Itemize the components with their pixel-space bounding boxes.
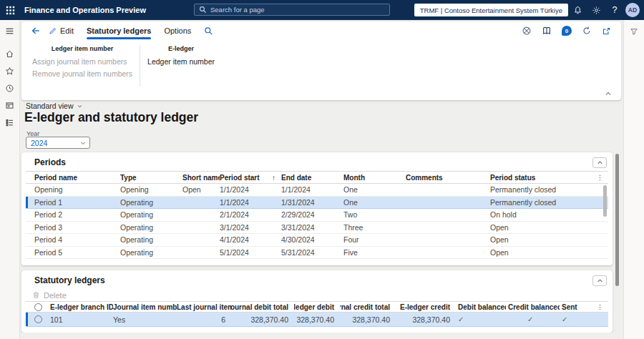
cell-end-date: 4/30/2024 (281, 235, 343, 244)
column-header-debit-balanced[interactable]: Debit balanced (456, 303, 506, 311)
recent-clock-icon[interactable] (0, 79, 20, 97)
periods-grid-header: Period name Type Short name Period start… (26, 171, 608, 184)
grid-more-options-icon[interactable] (591, 174, 608, 182)
cell-period-start: 2/1/2024 (220, 210, 281, 219)
cell-period-status: Permanently closed (490, 198, 591, 207)
home-icon[interactable] (0, 45, 20, 62)
column-header-period-start[interactable]: Period start ↑ (220, 174, 281, 182)
delete-button[interactable]: Delete (32, 291, 67, 300)
ledger-item-number-button[interactable]: Ledger item number (147, 56, 215, 68)
column-header-short-name[interactable]: Short name (182, 174, 220, 182)
assign-journal-item-numbers-button[interactable]: Assign journal item numbers (32, 56, 132, 68)
user-avatar[interactable]: AD (625, 3, 640, 17)
table-row[interactable]: Opening Opening Open 1/1/2024 1/1/2024 O… (26, 184, 608, 197)
row-radio[interactable] (26, 315, 50, 323)
grid-more-options-icon[interactable] (591, 303, 608, 311)
cell-month: Five (343, 248, 406, 257)
column-header-sent[interactable]: Sent (560, 303, 591, 311)
table-row-selected[interactable]: Period 1 Operating 1/1/2024 1/31/2024 On… (26, 197, 608, 210)
table-row[interactable]: Period 2 Operating 2/1/2024 2/29/2024 Tw… (26, 209, 608, 222)
debit-balanced-check-icon: ✓ (456, 315, 506, 323)
collapse-periods-icon[interactable] (592, 157, 607, 168)
open-in-new-window-icon[interactable] (602, 26, 611, 36)
table-row[interactable]: Period 5 Operating 5/1/2024 5/31/2024 Fi… (26, 247, 608, 260)
tab-statutory-ledgers[interactable]: Statutory ledgers (87, 21, 151, 40)
column-header-type[interactable]: Type (120, 174, 182, 182)
cell-last-journal-item-number: 6 (177, 315, 231, 324)
top-navigation-bar: Finance and Operations Preview TRMF | Co… (0, 0, 644, 20)
column-header-e-ledger-credit[interactable]: E-ledger credit (396, 303, 456, 311)
group-e-ledger: E-ledger Ledger item number (147, 45, 215, 87)
view-selector[interactable]: Standard view (26, 102, 83, 110)
column-header-comments[interactable]: Comments (406, 174, 490, 182)
cell-short-name: Open (182, 185, 220, 194)
cell-period-start: 3/1/2024 (220, 223, 281, 232)
workspace-card-icon[interactable] (0, 97, 20, 114)
settings-gear-icon[interactable] (587, 0, 605, 20)
statutory-ledgers-section: Statutory ledgers Delete E-ledger branch… (21, 270, 613, 333)
periods-grid-scrollbar[interactable] (603, 185, 607, 217)
page-title: E-ledger and statutory ledger (24, 110, 198, 125)
edit-button[interactable]: Edit (49, 26, 74, 35)
column-header-journal-debit-total[interactable]: Journal debit total (231, 303, 294, 311)
remove-journal-item-numbers-button[interactable]: Remove journal item numbers (32, 68, 132, 80)
select-all-radio[interactable] (26, 303, 50, 311)
group-title: E-ledger (147, 45, 215, 52)
column-header-end-date[interactable]: End date (281, 174, 343, 182)
messages-bubble-icon[interactable]: 0 (562, 26, 572, 36)
cell-period-status: Open (490, 223, 591, 232)
collapse-action-pane-icon[interactable] (604, 89, 613, 98)
hamburger-menu-icon[interactable] (0, 22, 20, 39)
cell-journal-credit-total: 328,370.40 (340, 315, 396, 324)
table-row[interactable]: Period 4 Operating 4/1/2024 4/30/2024 Fo… (26, 234, 608, 247)
filter-funnel-icon[interactable] (624, 23, 644, 40)
cell-period-name: Period 5 (26, 248, 120, 257)
book-icon[interactable] (542, 26, 552, 36)
help-icon[interactable]: ? (605, 0, 624, 20)
cell-month: One (343, 198, 406, 207)
tab-options[interactable]: Options (164, 21, 191, 40)
cell-period-start: 1/1/2024 (220, 185, 281, 194)
group-divider (140, 45, 140, 87)
favorites-star-icon[interactable] (0, 62, 20, 79)
table-row-selected[interactable]: 101 Yes 6 328,370.40 328,370.40 328,370.… (26, 313, 608, 327)
cell-type: Operating (120, 210, 182, 219)
cell-period-start: 1/1/2024 (220, 198, 281, 207)
table-row[interactable]: Period 3 Operating 3/1/2024 3/31/2024 Th… (26, 222, 608, 235)
waffle-menu-icon[interactable] (0, 0, 20, 20)
chevron-down-icon (77, 103, 83, 109)
filter-side-rail (623, 20, 644, 339)
action-search-icon[interactable] (204, 26, 213, 36)
page-vertical-scrollbar[interactable] (615, 154, 619, 286)
column-header-e-ledger-debit[interactable]: E-ledger debit (294, 303, 340, 311)
pencil-icon (49, 26, 57, 35)
back-arrow-icon[interactable] (29, 24, 43, 38)
collapse-statutory-icon[interactable] (592, 275, 607, 286)
cell-period-start: 4/1/2024 (220, 235, 281, 244)
column-header-credit-balanced[interactable]: Credit balanced (506, 303, 560, 311)
column-header-month[interactable]: Month (343, 174, 406, 182)
cell-end-date: 1/1/2024 (281, 185, 343, 194)
cell-e-ledger-credit: 328,370.40 (396, 315, 456, 324)
cell-end-date: 3/31/2024 (281, 223, 343, 232)
column-header-journal-item-numbered[interactable]: Journal item numbered (113, 303, 177, 311)
cell-type: Operating (120, 248, 182, 257)
apps-circle-icon[interactable] (522, 26, 532, 36)
year-dropdown[interactable]: 2024 (26, 137, 90, 149)
column-header-period-name[interactable]: Period name (26, 174, 120, 182)
global-search[interactable] (194, 4, 390, 16)
periods-section-title: Periods (34, 157, 66, 167)
modules-list-icon[interactable] (0, 114, 20, 131)
sent-check-icon: ✓ (560, 315, 591, 323)
column-header-branch-id[interactable]: E-ledger branch ID (50, 303, 113, 311)
refresh-icon[interactable] (582, 26, 592, 36)
periods-section: Periods Period name Type Short name Peri… (21, 152, 613, 265)
search-input[interactable] (210, 6, 385, 14)
notifications-bell-icon[interactable] (568, 0, 587, 20)
environment-picker[interactable]: TRMF | Contoso Entertainment System Türk… (414, 4, 568, 16)
column-header-last-journal-item-number[interactable]: Last journal item num... (177, 303, 231, 311)
group-ledger-item-number: Ledger item number Assign journal item n… (32, 45, 132, 87)
column-header-period-status[interactable]: Period status (490, 174, 591, 182)
action-pane: Edit Statutory ledgers Options 0 Ledger … (21, 21, 621, 100)
column-header-journal-credit-total[interactable]: Journal credit total (340, 303, 396, 311)
